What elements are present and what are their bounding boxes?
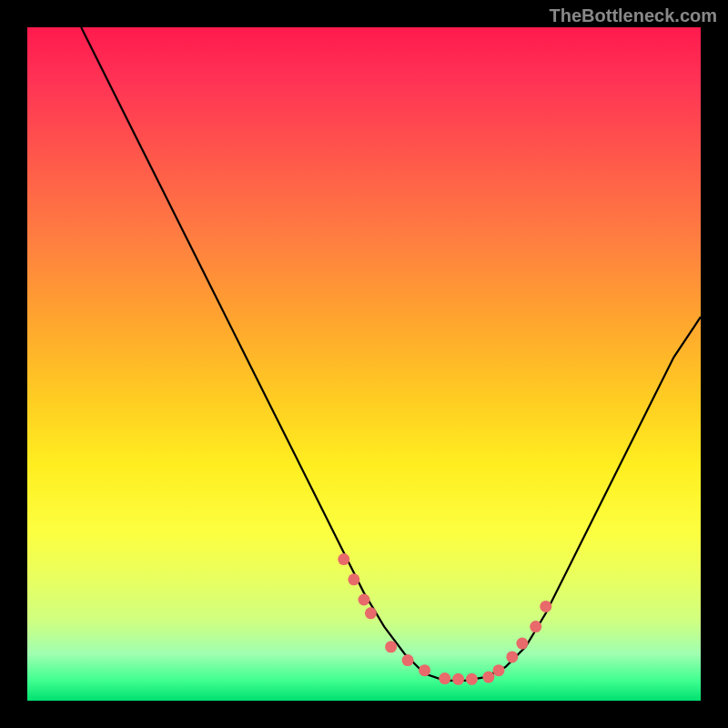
- curve-marker: [385, 641, 397, 652]
- curve-marker: [365, 607, 377, 619]
- curve-marker: [348, 573, 359, 585]
- curve-marker: [516, 638, 528, 650]
- curve-marker: [419, 664, 430, 676]
- chart-plot-area: [27, 27, 701, 701]
- curve-marker: [359, 594, 370, 606]
- curve-marker: [466, 673, 478, 685]
- curve-marker: [530, 621, 541, 632]
- curve-marker: [452, 673, 464, 685]
- chart-svg: [27, 27, 701, 701]
- curve-marker: [540, 601, 551, 612]
- curve-marker: [439, 672, 450, 684]
- bottleneck-curve: [81, 27, 701, 681]
- curve-marker: [402, 654, 414, 666]
- curve-marker: [338, 553, 349, 565]
- curve-marker: [506, 651, 518, 662]
- watermark-text: TheBottleneck.com: [550, 5, 717, 26]
- curve-markers: [338, 553, 551, 685]
- curve-marker: [482, 672, 494, 683]
- curve-marker: [493, 664, 505, 676]
